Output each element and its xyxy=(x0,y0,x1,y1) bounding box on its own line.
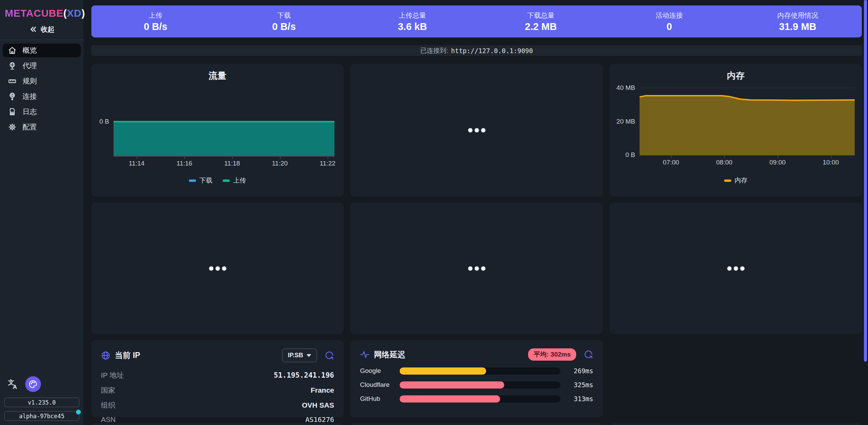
connection-status-bar: 已连接到: http://127.0.0.1:9090 xyxy=(91,45,862,56)
sidebar-item-connections[interactable]: 连接 xyxy=(3,90,81,103)
update-dot-badge xyxy=(76,410,81,414)
connection-url: http://127.0.0.1:9090 xyxy=(451,47,533,54)
language-toggle-button[interactable]: 文A xyxy=(7,378,20,391)
globe-stand-icon xyxy=(8,61,17,70)
traffic-chart xyxy=(114,84,334,156)
traffic-x-axis: 11:1411:1611:1811:2011:22 xyxy=(114,156,334,168)
legend-marker xyxy=(724,179,731,182)
legend-memory: 内存 xyxy=(724,176,748,185)
connection-prefix: 已连接到: xyxy=(420,46,448,55)
ruler-icon xyxy=(8,77,17,85)
traffic-chart-card: 流量 0 B 11:1411:1611:1811:2011:22 下载 上传 xyxy=(91,64,344,196)
loading-dots-icon xyxy=(468,266,485,271)
translate-icon: 文A xyxy=(8,378,19,390)
sidebar-item-label: 连接 xyxy=(23,92,37,101)
theme-palette-button[interactable] xyxy=(25,376,41,392)
empty-grid-cell xyxy=(610,340,862,417)
pulse-icon xyxy=(360,350,370,359)
ip-row-organization: 组织 OVH SAS xyxy=(101,400,334,410)
build-badge[interactable]: alpha-97bce45 xyxy=(4,411,79,421)
partially-visible-card xyxy=(350,423,603,425)
logo-brand: METACUBE xyxy=(5,7,63,19)
network-latency-card: 网络延迟 平均: 302ms Google 269ms Cloudflare 3… xyxy=(350,340,603,417)
loading-dots-icon xyxy=(209,266,226,271)
home-icon xyxy=(8,46,17,55)
chevron-down-icon xyxy=(306,354,311,357)
sidebar-item-label: 日志 xyxy=(23,107,37,116)
vertical-scrollbar-thumb[interactable] xyxy=(864,0,867,362)
memory-chart-card: 内存 40 MB20 MB0 B 07:0008:0009:0010:00 内存 xyxy=(610,64,862,196)
sidebar-item-label: 配置 xyxy=(23,122,37,132)
sidebar: METACUBE(XD) 收起 概览 代理 规则 连接 日志 配置 xyxy=(0,0,84,425)
latency-card-title: 网络延迟 xyxy=(374,349,405,360)
refresh-latency-button[interactable] xyxy=(584,350,593,359)
svg-text:A: A xyxy=(13,384,17,390)
memory-x-axis: 07:0008:0009:0010:00 xyxy=(640,155,855,167)
memory-legend: 内存 xyxy=(610,176,862,185)
legend-marker xyxy=(189,179,196,182)
globe-network-icon xyxy=(8,92,17,101)
loading-card xyxy=(350,203,603,334)
latency-bar-track xyxy=(400,367,560,375)
sidebar-item-proxies[interactable]: 代理 xyxy=(3,59,81,73)
ip-row-asn: ASN AS16276 xyxy=(101,415,334,424)
latency-row-google: Google 269ms xyxy=(360,367,593,375)
stats-header-bar: 上传 0 B/s 下载 0 B/s 上传总量 3.6 kB 下载总量 2.2 M… xyxy=(91,5,862,37)
stat-upload: 上传 0 B/s xyxy=(91,11,220,32)
loading-card xyxy=(610,203,862,334)
refresh-ip-button[interactable] xyxy=(325,351,334,360)
ip-card-title: 当前 IP xyxy=(115,350,140,361)
current-ip-card: 当前 IP IP.SB IP 地址 51.195.241.196 国家 Fran… xyxy=(91,340,344,417)
version-badge[interactable]: v1.235.0 xyxy=(4,397,79,407)
stat-upload-total: 上传总量 3.6 kB xyxy=(348,11,477,32)
loading-card xyxy=(350,64,603,196)
chevrons-left-icon xyxy=(29,25,38,33)
partially-visible-card xyxy=(91,423,344,425)
sidebar-item-overview[interactable]: 概览 xyxy=(3,44,81,57)
legend-marker xyxy=(223,179,230,182)
partially-visible-card xyxy=(610,423,862,425)
sidebar-item-label: 规则 xyxy=(23,76,37,86)
memory-chart xyxy=(640,88,855,155)
ip-row-address: IP 地址 51.195.241.196 xyxy=(101,371,334,380)
ip-row-country: 国家 France xyxy=(101,385,334,395)
latency-bar-track xyxy=(400,395,560,403)
sidebar-item-logs[interactable]: 日志 xyxy=(3,105,81,119)
traffic-legend: 下载 上传 xyxy=(91,176,344,185)
latency-bar-fill xyxy=(400,395,500,403)
sidebar-item-label: 代理 xyxy=(23,61,37,70)
latency-bar-fill xyxy=(400,381,504,389)
cards-grid: 流量 0 B 11:1411:1611:1811:2011:22 下载 上传 内… xyxy=(91,64,862,425)
average-latency-badge: 平均: 302ms xyxy=(528,348,576,361)
gear-icon xyxy=(8,123,17,131)
legend-upload: 上传 xyxy=(223,176,246,185)
latency-row-github: GitHub 313ms xyxy=(360,395,593,403)
palette-icon xyxy=(28,379,38,389)
sidebar-footer: 文A v1.235.0 alpha-97bce45 xyxy=(0,376,84,423)
logo-accent: XD xyxy=(67,7,81,19)
traffic-chart-plot: 0 B 11:1411:1611:1811:2011:22 xyxy=(114,84,334,156)
sidebar-divider xyxy=(0,40,84,40)
traffic-chart-title: 流量 xyxy=(91,70,344,82)
sidebar-item-label: 概览 xyxy=(23,46,37,55)
latency-bar-track xyxy=(400,381,560,389)
stat-memory-usage: 内存使用情况 31.9 MB xyxy=(733,11,862,32)
sidebar-collapse-button[interactable]: 收起 xyxy=(3,22,81,37)
globe-icon xyxy=(101,351,110,360)
stat-active-connections: 活动连接 0 xyxy=(605,11,734,32)
app-logo[interactable]: METACUBE(XD) xyxy=(0,5,84,20)
document-icon xyxy=(8,107,17,116)
memory-chart-title: 内存 xyxy=(610,70,862,82)
sidebar-item-rules[interactable]: 规则 xyxy=(3,74,81,88)
loading-dots-icon xyxy=(727,266,745,271)
sidebar-item-config[interactable]: 配置 xyxy=(3,120,81,134)
stat-download-total: 下载总量 2.2 MB xyxy=(477,11,605,32)
loading-dots-icon xyxy=(468,128,485,132)
main-content: 上传 0 B/s 下载 0 B/s 上传总量 3.6 kB 下载总量 2.2 M… xyxy=(84,0,868,425)
ip-provider-dropdown[interactable]: IP.SB xyxy=(282,348,317,362)
latency-row-cloudflare: Cloudflare 325ms xyxy=(360,381,593,389)
stat-download: 下载 0 B/s xyxy=(220,11,348,32)
latency-bar-fill xyxy=(400,367,486,375)
memory-chart-plot: 40 MB20 MB0 B 07:0008:0009:0010:00 xyxy=(640,88,855,155)
sidebar-nav: 概览 代理 规则 连接 日志 配置 xyxy=(0,44,84,136)
